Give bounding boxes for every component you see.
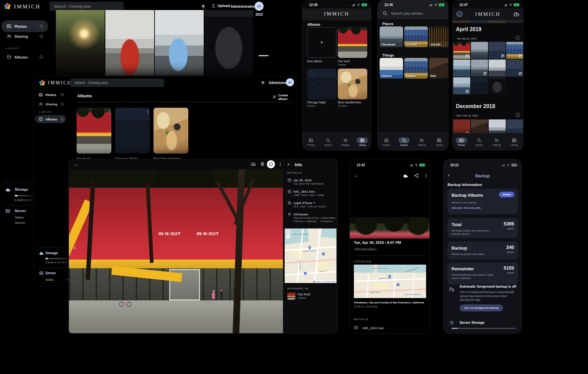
app-title: IMMICH (14, 4, 40, 10)
more-options-icon[interactable]: ⋮ (424, 173, 428, 178)
detail-file: IMG_2841.heic (293, 190, 315, 193)
places-heading: Places (382, 22, 393, 26)
photo-thumb[interactable] (489, 42, 506, 59)
album-card-best-sandwiches[interactable] (154, 108, 188, 154)
thing-thumb-bed[interactable]: bed (429, 58, 449, 79)
tab-sharing[interactable]: Sharing (413, 137, 431, 146)
photo-thumb[interactable] (453, 60, 470, 77)
appears-album-thumb[interactable] (287, 292, 295, 300)
new-album-card[interactable]: + (307, 27, 336, 58)
back-icon[interactable]: ← (74, 162, 79, 167)
info-icon[interactable] (39, 34, 43, 38)
appears-album-name[interactable]: Fav food (298, 292, 310, 296)
administration-link[interactable]: Administration (230, 4, 257, 8)
more-options-icon[interactable]: ⋮ (278, 162, 282, 167)
sidebar-albums-label[interactable]: Albums (14, 55, 28, 59)
select-button[interactable]: Select (499, 192, 514, 197)
tab-search[interactable]: Search (470, 137, 488, 146)
info-icon[interactable] (39, 24, 43, 28)
timeline-photo[interactable] (105, 10, 154, 76)
close-icon[interactable]: × (287, 162, 290, 167)
upload-button[interactable]: Upload (211, 3, 230, 8)
photo-thumb[interactable] (471, 77, 488, 94)
info-icon[interactable] (60, 102, 64, 106)
album-card-chicago-night[interactable] (115, 108, 150, 154)
place-thumb-la-vista[interactable]: La Vista (404, 26, 428, 47)
create-album-button[interactable]: Create album (273, 93, 297, 101)
sidebar-sharing-label[interactable]: Sharing (45, 102, 57, 106)
location-map[interactable]: Fisherman's Wharf Jefferson Street Beach… (285, 228, 336, 283)
backup-selected: Selected: Recents (All) (452, 206, 481, 209)
info-icon[interactable] (39, 55, 43, 59)
avatar[interactable]: AT (255, 2, 264, 11)
album-card-best-sandwiches[interactable] (338, 69, 367, 99)
app-title: IMMICH (48, 80, 72, 86)
place-thumb-lincoln[interactable]: Lincoln (429, 26, 449, 47)
info-button-active[interactable] (267, 160, 275, 168)
sidebar-sharing-label[interactable]: Sharing (14, 34, 28, 38)
sidebar-photos-label[interactable]: Photos (45, 93, 56, 97)
battery-icon (511, 164, 517, 167)
album-card-chicago-night[interactable] (307, 69, 336, 99)
search-input[interactable] (391, 10, 445, 17)
tab-search[interactable]: Search (395, 137, 413, 146)
tab-search[interactable]: Search (319, 137, 336, 146)
server-storage-icon (449, 320, 454, 325)
theme-toggle-icon[interactable] (261, 80, 265, 85)
info-icon[interactable] (60, 117, 64, 121)
select-day-icon[interactable]: ✓ (516, 36, 520, 40)
info-icon[interactable] (60, 93, 64, 97)
photo-thumb[interactable] (489, 77, 506, 94)
description-placeholder[interactable]: Add Description... (354, 247, 379, 251)
album-count: 5 items (307, 104, 315, 107)
photo-thumb[interactable] (506, 42, 523, 59)
download-icon[interactable] (251, 162, 256, 167)
backup-cloud-icon[interactable] (513, 11, 520, 17)
photo-preview[interactable] (350, 217, 430, 239)
search-input[interactable] (50, 2, 124, 11)
photo-detail-window: IN-N-OUT IN-N-OUT ‹ (69, 159, 338, 334)
tab-library[interactable]: Library (505, 137, 523, 146)
upload-cloud-icon[interactable] (403, 173, 408, 179)
turn-on-backup-button[interactable]: Turn on foreground backup (460, 304, 503, 311)
delete-icon[interactable] (260, 162, 265, 167)
avatar[interactable]: AT (286, 78, 294, 86)
search-input[interactable] (70, 79, 164, 87)
library-icon (509, 137, 520, 143)
page-title: Albums (77, 94, 92, 98)
timeline-photo[interactable] (204, 10, 253, 76)
back-icon[interactable]: ← (354, 173, 359, 178)
photo-thumb[interactable] (489, 60, 506, 77)
album-menu-icon[interactable]: ⋮ (107, 110, 111, 114)
album-card-fav-food[interactable] (338, 27, 367, 58)
tab-photos[interactable]: Photos (302, 137, 319, 146)
place-thumb-chinatown[interactable]: Chinatown (380, 26, 403, 47)
timeline-photo[interactable] (155, 10, 204, 76)
tab-library[interactable]: Library (354, 137, 371, 146)
photo-thumb[interactable] (506, 60, 523, 77)
tab-photos[interactable]: Photos (453, 137, 470, 146)
timeline-photo[interactable] (56, 10, 105, 76)
share-icon[interactable] (414, 173, 419, 178)
tab-library[interactable]: Library (430, 137, 448, 146)
tab-sharing[interactable]: Sharing (337, 137, 354, 146)
details-heading: DETAILS (354, 318, 368, 321)
tab-sharing[interactable]: Sharing (488, 137, 506, 146)
photo-thumb[interactable] (471, 42, 488, 59)
photo-thumb[interactable] (471, 60, 488, 77)
tab-photos[interactable]: Photos (378, 137, 395, 146)
timeline-scrubber[interactable] (259, 55, 269, 56)
album-menu-icon[interactable]: ⋮ (146, 110, 150, 114)
map-zoom-in[interactable]: + (286, 230, 290, 234)
photo-thumb[interactable] (453, 77, 470, 94)
album-menu-icon[interactable]: ⋮ (184, 110, 188, 114)
location-map[interactable]: Hyde Street Harbor The Embarcadero Jeffe… (354, 265, 426, 298)
photo-thumb[interactable] (453, 42, 470, 59)
thing-thumb-banana[interactable]: banana (404, 58, 428, 79)
map-zoom-out[interactable]: − (286, 235, 290, 239)
album-card-fav-food[interactable] (77, 108, 111, 154)
previous-photo-chevron[interactable]: ‹ (74, 244, 76, 251)
select-day-icon[interactable]: ✓ (516, 113, 520, 117)
thing-thumb-airplane[interactable]: airplane (380, 58, 403, 79)
theme-toggle-icon[interactable] (201, 4, 206, 9)
